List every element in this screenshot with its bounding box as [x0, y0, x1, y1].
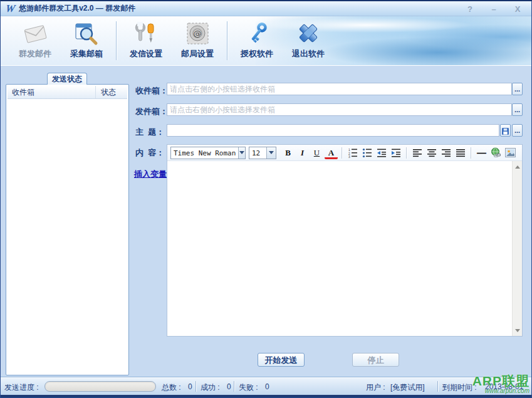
toolbar-smtp-settings-button[interactable]: @ 邮局设置	[172, 19, 223, 62]
statusbar-divider	[196, 381, 196, 392]
progress-label: 发送进度 :	[4, 382, 39, 393]
main-toolbar: 群发邮件 采集邮箱	[1, 16, 531, 66]
insert-image-button[interactable]	[504, 147, 517, 159]
horizontal-rule-button[interactable]: —	[475, 147, 488, 159]
title-bar: W 悠游邮件群发工具v2.0 — 群发邮件 ? – X	[1, 1, 531, 16]
font-family-select[interactable]: Times New Roman	[170, 147, 246, 159]
stop-button[interactable]: 停止	[352, 353, 399, 367]
toolbar-separator	[116, 21, 117, 60]
message-body-editor[interactable]	[167, 161, 512, 336]
link-globe-icon	[491, 147, 501, 158]
align-center-icon	[427, 148, 437, 158]
font-color-button[interactable]: A	[325, 149, 338, 159]
smtp-settings-icon: @	[184, 21, 211, 46]
insert-variable-link[interactable]: 插入变量	[134, 169, 167, 180]
content-label: 内 容：	[135, 147, 164, 159]
recipient-input[interactable]	[167, 83, 512, 95]
expiry-label: 到期时间 :	[442, 382, 477, 393]
column-header-recipient[interactable]: 收件箱	[8, 86, 96, 98]
content-editor: Times New Roman 12 B I U A 1 2 3	[167, 144, 523, 337]
statusbar-divider	[234, 381, 234, 392]
outdent-icon	[377, 148, 387, 158]
editor-toolbar-separator	[342, 147, 342, 159]
column-header-status[interactable]: 状态	[96, 86, 127, 98]
align-left-icon	[412, 148, 422, 158]
status-list-header: 收件箱 状态	[8, 86, 127, 99]
align-justify-button[interactable]	[454, 147, 467, 159]
close-button[interactable]: X	[513, 4, 523, 14]
minimize-button[interactable]: –	[489, 4, 499, 14]
status-list-body[interactable]	[8, 99, 127, 374]
success-value: 0	[227, 382, 231, 391]
subject-label: 主 题：	[135, 127, 164, 138]
app-logo-icon: W	[5, 3, 16, 15]
subject-browse-button[interactable]: ...	[512, 124, 523, 137]
align-center-button[interactable]	[425, 147, 438, 159]
bullet-list-button[interactable]	[360, 147, 373, 159]
scroll-up-icon[interactable]	[514, 163, 521, 170]
success-label: 成功 :	[201, 382, 220, 393]
align-right-button[interactable]	[439, 147, 452, 159]
subject-input[interactable]	[167, 124, 499, 137]
fail-value: 0	[265, 382, 269, 391]
svg-text:3: 3	[348, 155, 350, 158]
toolbar-send-settings-button[interactable]: 发信设置	[120, 19, 172, 62]
save-icon	[501, 128, 510, 135]
start-send-button[interactable]: 开始发送	[258, 353, 305, 367]
chevron-down-icon	[238, 147, 245, 159]
scroll-down-icon[interactable]	[514, 327, 521, 334]
editor-toolbar-separator	[471, 147, 471, 159]
editor-scrollbar[interactable]	[512, 161, 522, 336]
send-settings-icon	[132, 21, 160, 46]
indent-icon	[391, 148, 401, 158]
watermark: ARP联盟 www.arpun.com	[472, 374, 529, 394]
underline-button[interactable]: U	[310, 147, 323, 159]
app-window: W 悠游邮件群发工具v2.0 — 群发邮件 ? – X 群发邮件	[0, 0, 532, 398]
recipient-label: 收件箱：	[135, 85, 168, 97]
user-value: [免费试用]	[390, 382, 425, 393]
sender-label: 发件箱：	[135, 106, 168, 117]
font-size-select[interactable]: 12	[249, 147, 276, 159]
exit-icon	[295, 21, 322, 46]
total-label: 总数 :	[162, 382, 181, 393]
toolbar-separator	[227, 21, 227, 60]
svg-text:@: @	[194, 29, 202, 38]
insert-link-button[interactable]	[489, 147, 503, 159]
window-controls: ? – X	[465, 1, 523, 16]
image-icon	[505, 148, 516, 157]
collect-mailbox-icon	[73, 21, 100, 46]
subject-save-button[interactable]	[500, 124, 511, 137]
align-right-icon	[441, 148, 451, 158]
sender-browse-button[interactable]: ...	[512, 103, 523, 116]
italic-button[interactable]: I	[296, 147, 309, 159]
user-label: 用户 :	[366, 382, 385, 393]
statusbar-divider	[437, 381, 438, 392]
send-status-panel: 收件箱 状态	[6, 84, 129, 375]
watermark-name: ARP联盟	[472, 374, 529, 387]
editor-toolbar: Times New Roman 12 B I U A 1 2 3	[167, 145, 522, 161]
ordered-list-icon: 1 2 3	[348, 148, 358, 158]
chevron-down-icon	[266, 147, 276, 159]
help-button[interactable]: ?	[465, 4, 475, 14]
toolbar-send-mail-button[interactable]: 群发邮件	[9, 19, 61, 62]
tab-send-status[interactable]: 发送状态	[47, 73, 87, 85]
watermark-site: www.arpun.com	[472, 388, 529, 394]
send-mail-icon	[21, 21, 49, 46]
status-bar: 发送进度 : 总数 : 0 成功 : 0 失败 : 0 用户 : [免费试用] …	[1, 377, 531, 397]
indent-button[interactable]	[389, 147, 402, 159]
outdent-button[interactable]	[375, 147, 388, 159]
toolbar-collect-mailbox-button[interactable]: 采集邮箱	[61, 19, 112, 62]
ordered-list-button[interactable]: 1 2 3	[346, 147, 359, 159]
fail-label: 失败 :	[239, 382, 258, 393]
sender-input[interactable]	[167, 103, 512, 116]
recipient-browse-button[interactable]: ...	[512, 83, 523, 95]
total-value: 0	[188, 382, 192, 391]
toolbar-license-button[interactable]: 授权软件	[231, 19, 283, 62]
bullet-list-icon	[362, 148, 372, 158]
toolbar-exit-button[interactable]: 退出软件	[283, 19, 334, 62]
window-title: 悠游邮件群发工具v2.0 — 群发邮件	[19, 3, 135, 14]
align-justify-icon	[456, 148, 466, 158]
bold-button[interactable]: B	[281, 147, 295, 159]
align-left-button[interactable]	[410, 147, 424, 159]
send-progress-bar	[44, 381, 156, 392]
